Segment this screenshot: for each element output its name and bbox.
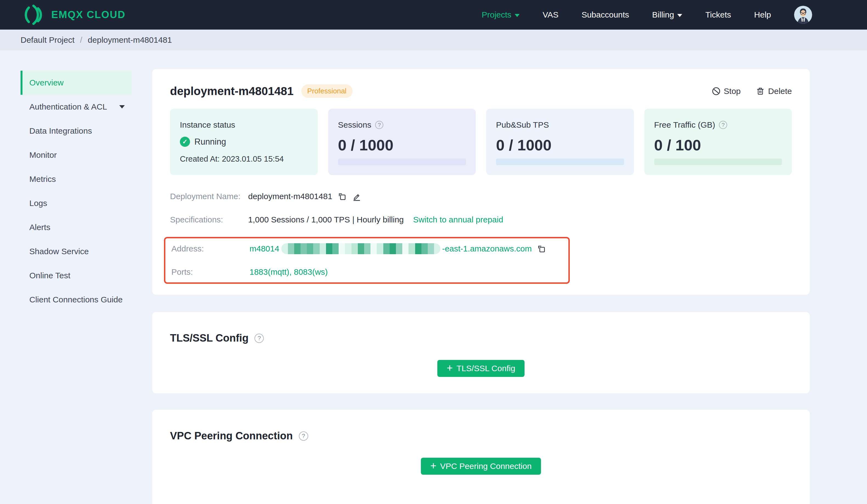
annotation-highlight-box: Address: m48014 -east-1.amazonaws.com — [164, 237, 570, 284]
breadcrumb-project[interactable]: Default Project — [21, 35, 75, 45]
sessions-label: Sessions — [338, 120, 372, 130]
user-avatar[interactable] — [794, 6, 812, 24]
tls-ssl-title: TLS/SSL Config — [170, 332, 248, 344]
chevron-down-icon — [515, 14, 520, 17]
nav-projects[interactable]: Projects — [482, 10, 520, 20]
nav-subaccounts[interactable]: Subaccounts — [581, 10, 629, 20]
nav-vas[interactable]: VAS — [543, 10, 558, 20]
emqx-logo-icon — [21, 4, 45, 26]
traffic-progress-bar — [654, 158, 782, 165]
copy-icon[interactable] — [337, 192, 346, 201]
deployment-title: deployment-m4801481 — [170, 85, 294, 98]
sidebar-item-authentication-acl[interactable]: Authentication & ACL — [21, 95, 132, 119]
vpc-peering-card: VPC Peering Connection ? + VPC Peering C… — [152, 410, 810, 504]
person-icon — [794, 6, 812, 24]
add-tls-ssl-config-button[interactable]: + TLS/SSL Config — [437, 360, 525, 377]
deployment-name-row: Deployment Name: deployment-m4801481 — [170, 190, 792, 202]
sidebar-item-client-connections-guide[interactable]: Client Connections Guide — [21, 288, 132, 312]
sidebar-item-shadow-service[interactable]: Shadow Service — [21, 239, 132, 263]
add-vpc-peering-button[interactable]: + VPC Peering Connection — [421, 458, 541, 475]
instance-status-label: Instance status — [180, 120, 235, 130]
address-mosaic — [281, 243, 440, 254]
brand[interactable]: EMQX CLOUD — [21, 4, 126, 26]
tps-label: Pub&Sub TPS — [496, 120, 549, 130]
breadcrumb-separator: / — [80, 35, 82, 45]
help-question-icon[interactable]: ? — [299, 431, 308, 441]
sidebar-item-overview[interactable]: Overview — [21, 71, 132, 95]
nav-tickets[interactable]: Tickets — [705, 10, 731, 20]
specifications-row: Specifications: 1,000 Sessions / 1,000 T… — [170, 213, 792, 226]
sidebar-item-metrics[interactable]: Metrics — [21, 167, 132, 191]
ports-row: Ports: 1883(mqtt), 8083(ws) — [171, 266, 568, 278]
help-question-icon[interactable]: ? — [255, 333, 264, 343]
sessions-value: 0 / 1000 — [338, 136, 466, 154]
help-question-icon[interactable]: ? — [375, 121, 383, 129]
sessions-progress-bar — [338, 158, 466, 165]
traffic-value: 0 / 100 — [654, 136, 782, 154]
plus-icon: + — [447, 363, 453, 373]
topbar: EMQX CLOUD Projects VAS Subaccounts Bill… — [0, 0, 867, 30]
help-question-icon[interactable]: ? — [719, 121, 727, 129]
plus-icon: + — [430, 460, 436, 471]
pubsub-tps-card: Pub&Sub TPS 0 / 1000 — [486, 109, 634, 175]
brand-name: EMQX CLOUD — [51, 9, 126, 21]
plan-badge: Professional — [301, 84, 353, 98]
deployment-name-label: Deployment Name: — [170, 192, 248, 201]
created-at: Created At: 2023.01.05 15:54 — [180, 154, 308, 164]
address-prefix: m48014 — [249, 244, 279, 253]
address-suffix: -east-1.amazonaws.com — [442, 244, 532, 253]
sidebar-item-monitor[interactable]: Monitor — [21, 143, 132, 167]
sessions-card: Sessions ? 0 / 1000 — [328, 109, 476, 175]
address-label: Address: — [171, 244, 249, 253]
nav-billing[interactable]: Billing — [652, 10, 682, 20]
tls-ssl-card: TLS/SSL Config ? + TLS/SSL Config — [152, 312, 810, 393]
deployment-overview-card: deployment-m4801481 Professional Stop — [152, 69, 810, 295]
free-traffic-card: Free Traffic (GB) ? 0 / 100 — [644, 109, 792, 175]
main-content: deployment-m4801481 Professional Stop — [152, 51, 810, 504]
switch-annual-prepaid-link[interactable]: Switch to annual prepaid — [413, 215, 503, 224]
chevron-down-icon — [677, 14, 682, 17]
tps-value: 0 / 1000 — [496, 136, 624, 154]
sidebar-item-logs[interactable]: Logs — [21, 191, 132, 215]
top-navigation: Projects VAS Subaccounts Billing Tickets… — [482, 6, 867, 24]
deployment-name-value: deployment-m4801481 — [248, 192, 332, 201]
copy-icon[interactable] — [537, 244, 546, 253]
instance-status-value: Running — [194, 137, 226, 147]
nav-help[interactable]: Help — [754, 10, 771, 20]
stop-button[interactable]: Stop — [712, 87, 741, 96]
sidebar: Overview Authentication & ACL Data Integ… — [0, 51, 152, 504]
vpc-peering-title: VPC Peering Connection — [170, 430, 293, 442]
breadcrumb: Default Project / deployment-m4801481 — [0, 30, 867, 51]
ports-label: Ports: — [171, 267, 249, 277]
traffic-label: Free Traffic (GB) — [654, 120, 715, 130]
specifications-label: Specifications: — [170, 215, 248, 224]
edit-icon[interactable] — [352, 192, 361, 201]
stop-icon — [712, 87, 720, 96]
tps-progress-bar — [496, 158, 624, 165]
ports-value: 1883(mqtt), 8083(ws) — [249, 267, 328, 277]
chevron-down-icon — [119, 105, 125, 109]
instance-status-card: Instance status ✓ Running Created At: 20… — [170, 109, 318, 175]
trash-icon — [756, 87, 765, 96]
sidebar-item-alerts[interactable]: Alerts — [21, 215, 132, 239]
running-check-icon: ✓ — [180, 137, 190, 147]
sidebar-item-online-test[interactable]: Online Test — [21, 263, 132, 288]
sidebar-item-data-integrations[interactable]: Data Integrations — [21, 119, 132, 143]
breadcrumb-deployment: deployment-m4801481 — [88, 35, 172, 45]
address-row: Address: m48014 -east-1.amazonaws.com — [171, 243, 568, 255]
delete-button[interactable]: Delete — [756, 87, 792, 96]
specifications-value: 1,000 Sessions / 1,000 TPS | Hourly bill… — [248, 215, 404, 224]
